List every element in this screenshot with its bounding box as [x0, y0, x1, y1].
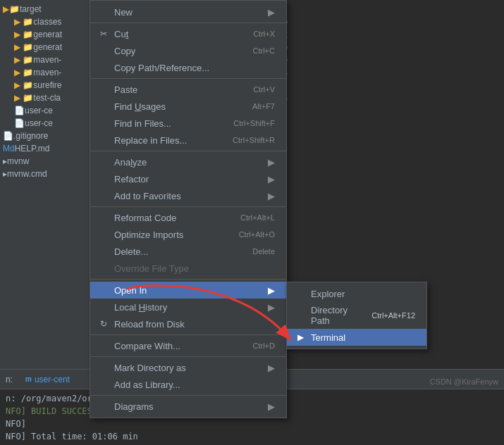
menu-item-cut[interactable]: ✂ Cut Ctrl+X	[90, 25, 286, 42]
folder-icon-target: 📁	[9, 4, 20, 14]
menu-item-reload-disk[interactable]: ↻ Reload from Disk	[90, 315, 286, 332]
new-label: New	[114, 7, 262, 18]
find-usages-label: Find Usages	[114, 101, 238, 112]
reformat-shortcut: Ctrl+Alt+L	[240, 213, 275, 222]
menu-item-replace[interactable]: Replace in Files... Ctrl+Shift+R	[90, 132, 286, 149]
local-history-label: Local History	[114, 302, 262, 313]
tab-item-usercent[interactable]: m user-cent	[18, 372, 77, 387]
tree-item-generat2[interactable]: ▶ 📁 generat	[0, 41, 99, 54]
favorites-arrow: ▶	[268, 191, 275, 201]
find-files-label: Find in Files...	[114, 118, 219, 129]
menu-item-reformat[interactable]: Reformat Code Ctrl+Alt+L	[90, 209, 286, 226]
folder-icon-classes: ▶ 📁	[14, 17, 33, 27]
mark-dir-arrow: ▶	[268, 363, 275, 373]
build-line-3: NFO]	[6, 418, 498, 430]
menu-item-favorites[interactable]: Add to Favorites ▶	[90, 187, 286, 204]
cut-shortcut: Ctrl+X	[253, 30, 275, 38]
tree-item-maven2[interactable]: ▶ 📁 maven-	[0, 66, 99, 79]
menu-item-diagrams[interactable]: Diagrams ▶	[90, 398, 286, 415]
mark-dir-label: Mark Directory as	[114, 363, 262, 373]
override-label: Override File Type	[114, 263, 275, 274]
tree-item-testcla[interactable]: ▶ 📁 test-cla	[0, 92, 99, 104]
folder-icon: ▶	[3, 4, 9, 14]
reformat-label: Reformat Code	[114, 213, 226, 223]
optimize-label: Optimize Imports	[114, 230, 225, 240]
reload-icon: ↻	[97, 319, 110, 329]
tree-item-surefire[interactable]: ▶ 📁 surefire	[0, 79, 99, 92]
submenu-item-terminal[interactable]: ▶ Terminal	[287, 329, 426, 346]
separator-1	[90, 23, 286, 23]
separator-8	[90, 395, 286, 396]
new-arrow: ▶	[268, 7, 275, 18]
menu-item-analyze[interactable]: Analyze ▶	[90, 153, 286, 170]
tree-item-maven1[interactable]: ▶ 📁 maven-	[0, 54, 99, 66]
reload-label: Reload from Disk	[114, 319, 275, 330]
tree-item-userce2[interactable]: 📄 user-ce	[0, 117, 99, 130]
tree-item-userce1[interactable]: 📄 user-ce	[0, 104, 99, 117]
separator-2	[90, 78, 286, 79]
context-menu[interactable]: New ▶ ✂ Cut Ctrl+X Copy Ctrl+C Copy Path…	[90, 0, 287, 418]
menu-item-copy[interactable]: Copy Ctrl+C	[90, 42, 286, 59]
menu-item-copy-path[interactable]: Copy Path/Reference...	[90, 59, 286, 76]
cut-icon: ✂	[97, 29, 110, 39]
tree-item-mvnw[interactable]: ▸ mvnw	[0, 155, 99, 168]
analyze-arrow: ▶	[268, 157, 275, 168]
copy-shortcut: Ctrl+C	[253, 46, 275, 55]
menu-item-local-history[interactable]: Local History ▶	[90, 299, 286, 315]
favorites-label: Add to Favorites	[114, 191, 262, 201]
directory-label: Directory Path	[311, 305, 357, 326]
refactor-label: Refactor	[114, 174, 262, 184]
menu-item-delete[interactable]: Delete... Delete	[90, 243, 286, 260]
find-files-shortcut: Ctrl+Shift+F	[233, 119, 275, 127]
open-in-arrow: ▶	[268, 285, 275, 296]
refactor-arrow: ▶	[268, 174, 275, 184]
find-usages-shortcut: Alt+F7	[252, 102, 275, 111]
tab-icon: m	[25, 375, 32, 383]
menu-item-override-filetype: Override File Type	[90, 260, 286, 277]
terminal-label: Terminal	[311, 332, 415, 343]
copy-path-label: Copy Path/Reference...	[114, 63, 275, 73]
tree-item-gitignore[interactable]: 📄 .gitignore	[0, 130, 99, 142]
explorer-label: Explorer	[311, 289, 415, 299]
tree-item-generat1[interactable]: ▶ 📁 generat	[0, 28, 99, 41]
menu-item-compare[interactable]: Compare With... Ctrl+D	[90, 337, 286, 354]
submenu-item-explorer[interactable]: Explorer	[287, 285, 426, 302]
separator-3	[90, 151, 286, 151]
copy-label: Copy	[114, 46, 239, 56]
menu-item-new[interactable]: New ▶	[90, 4, 286, 20]
compare-label: Compare With...	[114, 341, 239, 351]
menu-item-open-in[interactable]: Open In ▶ Explorer Directory Path Ctrl+A…	[90, 282, 286, 299]
watermark: CSDN @KiraFenyw	[430, 377, 498, 386]
menu-item-paste[interactable]: Paste Ctrl+V	[90, 81, 286, 98]
paste-label: Paste	[114, 84, 239, 95]
menu-item-find-files[interactable]: Find in Files... Ctrl+Shift+F	[90, 115, 286, 132]
menu-item-find-usages[interactable]: Find Usages Alt+F7	[90, 98, 286, 115]
diagrams-label: Diagrams	[114, 401, 262, 412]
delete-shortcut: Delete	[252, 247, 275, 256]
tree-item-target[interactable]: ▶ 📁 target	[0, 3, 99, 15]
menu-item-mark-dir[interactable]: Mark Directory as ▶	[90, 359, 286, 376]
submenu-item-directory-path[interactable]: Directory Path Ctrl+Alt+F12	[287, 302, 426, 329]
paste-shortcut: Ctrl+V	[253, 85, 275, 94]
menu-item-optimize[interactable]: Optimize Imports Ctrl+Alt+O	[90, 226, 286, 243]
submenu-open-in[interactable]: Explorer Directory Path Ctrl+Alt+F12 ▶ T…	[286, 282, 427, 349]
menu-item-refactor[interactable]: Refactor ▶	[90, 170, 286, 187]
local-history-arrow: ▶	[268, 302, 275, 313]
separator-4	[90, 206, 286, 207]
diagrams-arrow: ▶	[268, 401, 275, 412]
replace-label: Replace in Files...	[114, 135, 219, 146]
add-library-label: Add as Library...	[114, 380, 275, 390]
separator-6	[90, 334, 286, 335]
delete-label: Delete...	[114, 246, 238, 257]
menu-item-add-library[interactable]: Add as Library...	[90, 376, 286, 393]
compare-shortcut: Ctrl+D	[253, 341, 275, 350]
build-line-4: NFO] Total time: 01:06 min	[6, 430, 498, 443]
replace-shortcut: Ctrl+Shift+R	[233, 136, 275, 144]
directory-shortcut: Ctrl+Alt+F12	[371, 311, 415, 320]
tree-item-helpmd[interactable]: Md HELP.md	[0, 142, 99, 155]
tree-item-classes[interactable]: ▶ 📁 classes	[0, 15, 99, 28]
optimize-shortcut: Ctrl+Alt+O	[239, 230, 275, 239]
open-in-label: Open In	[114, 285, 262, 296]
tree-item-mvnwcmd[interactable]: ▸ mvnw.cmd	[0, 168, 99, 180]
terminal-icon: ▶	[294, 332, 307, 342]
